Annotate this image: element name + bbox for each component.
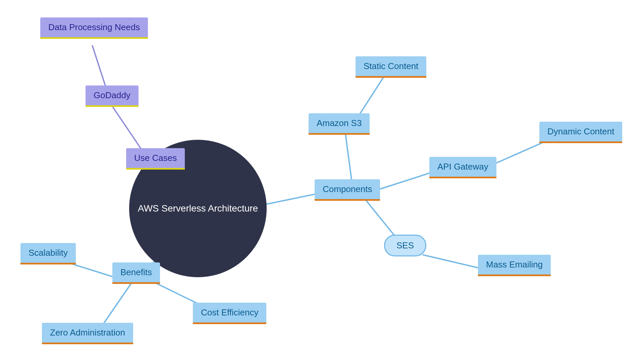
- node-use-cases[interactable]: Use Cases: [126, 148, 185, 170]
- node-label: Amazon S3: [317, 118, 362, 128]
- svg-line-13: [423, 255, 480, 268]
- node-label: Zero Administration: [50, 327, 125, 338]
- node-static-content[interactable]: Static Content: [356, 56, 426, 78]
- svg-line-11: [490, 141, 547, 166]
- node-scalability[interactable]: Scalability: [20, 243, 76, 264]
- node-cost-efficiency[interactable]: Cost Efficiency: [193, 303, 266, 324]
- svg-line-10: [379, 171, 436, 189]
- node-label: Dynamic Content: [547, 126, 614, 137]
- node-godaddy[interactable]: GoDaddy: [86, 85, 139, 107]
- node-amazon-s3[interactable]: Amazon S3: [309, 113, 370, 135]
- node-label: Data Processing Needs: [48, 22, 140, 33]
- node-mass-emailing[interactable]: Mass Emailing: [478, 255, 551, 276]
- node-data-processing-needs[interactable]: Data Processing Needs: [40, 17, 148, 39]
- center-label: AWS Serverless Architecture: [138, 203, 258, 214]
- node-label: Static Content: [364, 61, 418, 71]
- node-api-gateway[interactable]: API Gateway: [429, 157, 496, 178]
- node-components[interactable]: Components: [315, 179, 380, 201]
- node-dynamic-content[interactable]: Dynamic Content: [539, 122, 622, 143]
- node-label: Benefits: [120, 267, 152, 278]
- node-label: Scalability: [29, 248, 68, 258]
- node-label: API Gateway: [437, 162, 488, 172]
- node-label: Mass Emailing: [486, 259, 543, 270]
- svg-line-7: [265, 193, 322, 204]
- node-label: SES: [396, 240, 414, 251]
- node-label: Components: [323, 184, 372, 194]
- node-label: GoDaddy: [94, 90, 130, 101]
- svg-line-8: [345, 134, 352, 184]
- node-ses[interactable]: SES: [384, 235, 426, 256]
- node-zero-administration[interactable]: Zero Administration: [42, 323, 133, 344]
- node-label: Cost Efficiency: [201, 307, 258, 318]
- node-label: Use Cases: [134, 153, 177, 163]
- node-benefits[interactable]: Benefits: [112, 262, 160, 284]
- mindmap-canvas: AWS Serverless Architecture Use Cases Go…: [0, 0, 644, 362]
